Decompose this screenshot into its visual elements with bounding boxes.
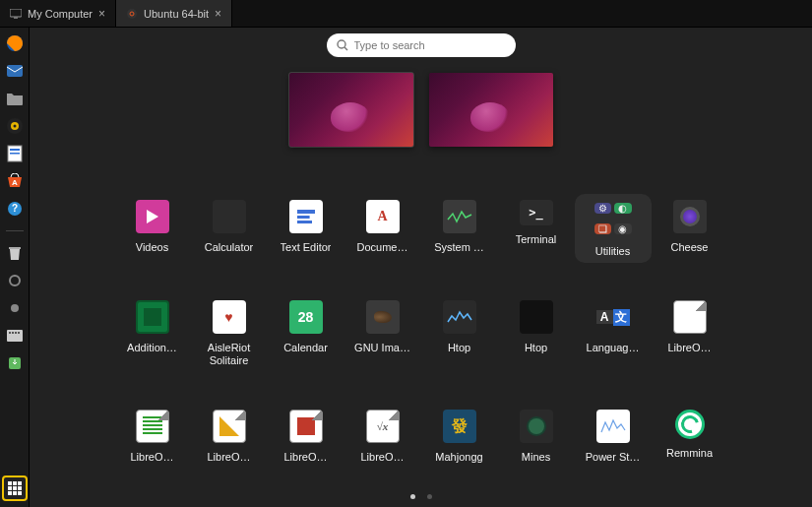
app-label: Mines [522, 451, 550, 463]
indicator-icon[interactable] [5, 271, 25, 290]
svg-rect-31 [13, 491, 17, 495]
app-chip[interactable]: Addition… [114, 294, 191, 372]
app-lo-impress[interactable]: LibreO… [268, 404, 344, 469]
workspace-thumb-2[interactable] [429, 73, 553, 147]
app-label: Terminal [516, 233, 557, 245]
app-cheese[interactable]: Cheese [652, 194, 728, 263]
search-input[interactable] [354, 39, 506, 51]
svg-text:?: ? [11, 203, 17, 214]
app-label: Htop [525, 342, 547, 353]
app-htop[interactable]: Htop [421, 294, 498, 372]
app-power[interactable]: Power St… [575, 404, 652, 469]
app-calc[interactable]: Calculator [191, 194, 268, 263]
tab-my-computer[interactable]: My Computer × [0, 0, 116, 27]
app-lo-calc[interactable]: LibreO… [114, 404, 191, 469]
svg-point-17 [11, 304, 19, 312]
mines-icon [520, 410, 553, 443]
app-videos[interactable]: Videos [114, 194, 191, 263]
svg-point-2 [127, 9, 137, 19]
app-label: Power St… [586, 451, 641, 463]
svg-point-33 [338, 40, 345, 48]
app-label: LibreO… [130, 451, 173, 463]
app-rem[interactable]: Remmina [652, 404, 728, 469]
app-mines[interactable]: Mines [498, 404, 575, 469]
lang-icon: A文 [596, 300, 630, 334]
app-label: Htop [448, 342, 470, 353]
close-icon[interactable]: × [215, 7, 221, 21]
firefox-icon[interactable] [5, 33, 25, 53]
text-icon [289, 200, 323, 233]
monitor-icon [10, 9, 22, 19]
ubuntu-dock: A ? [0, 28, 30, 507]
rhythmbox-icon[interactable] [5, 116, 25, 136]
app-label: AisleRiot Solitaire [193, 342, 266, 366]
app-lang[interactable]: A文Languag… [575, 294, 652, 372]
app-label: LibreO… [667, 342, 711, 353]
app-lo-draw[interactable]: LibreO… [191, 404, 268, 469]
ubuntu-icon [126, 8, 138, 20]
app-sol[interactable]: ♥AisleRiot Solitaire [191, 294, 268, 372]
app-cal[interactable]: 28Calendar [268, 294, 344, 372]
files-icon[interactable] [5, 89, 25, 108]
gimp-icon [366, 300, 400, 334]
search-icon [337, 39, 348, 51]
app-label: Docume… [357, 241, 408, 253]
close-icon[interactable]: × [98, 7, 105, 21]
lo-impress-icon [289, 410, 323, 443]
search-bar[interactable] [327, 33, 516, 57]
update-icon[interactable] [5, 353, 25, 373]
lo-draw-icon [213, 410, 246, 443]
help-icon[interactable]: ? [5, 199, 25, 219]
app-label: Cheese [671, 241, 709, 253]
app-mahj[interactable]: 發Mahjongg [421, 404, 498, 469]
page-indicator [410, 494, 432, 499]
app-lo[interactable]: LibreO… [652, 294, 728, 372]
page-dot-2[interactable] [427, 494, 432, 499]
app-label: Utilities [595, 245, 630, 257]
app-doc[interactable]: ADocume… [344, 194, 421, 263]
term-icon: >_ [520, 200, 553, 225]
svg-rect-11 [10, 153, 20, 155]
htop-icon [443, 300, 476, 334]
app-label: Calculator [205, 241, 254, 253]
svg-rect-28 [13, 486, 17, 490]
workspace-thumb-1[interactable] [289, 73, 413, 147]
doc-icon: A [366, 200, 400, 233]
svg-rect-0 [10, 9, 22, 17]
app-util[interactable]: ⚙◐❏◉Utilities [575, 194, 652, 263]
thunderbird-icon[interactable] [5, 61, 25, 81]
trash-icon[interactable] [5, 243, 25, 263]
lo-math-icon [366, 410, 400, 443]
svg-rect-20 [12, 332, 14, 334]
app-label: Addition… [127, 342, 177, 353]
page-dot-1[interactable] [410, 494, 415, 499]
keyboard-icon[interactable] [5, 326, 25, 346]
workspace-switcher [289, 73, 553, 147]
svg-rect-15 [9, 247, 21, 249]
svg-rect-1 [14, 17, 18, 18]
lo-calc-icon [136, 410, 169, 443]
app-text[interactable]: Text Editor [268, 194, 344, 263]
app-label: GNU Ima… [354, 342, 410, 353]
libreoffice-writer-icon[interactable] [5, 144, 25, 163]
app-htop2[interactable]: Htop [498, 294, 575, 372]
svg-point-8 [13, 125, 16, 128]
tab-ubuntu[interactable]: Ubuntu 64-bit × [116, 0, 232, 27]
show-apps-button[interactable] [2, 475, 28, 501]
util-icon: ⚙◐❏◉ [594, 200, 632, 237]
svg-line-34 [344, 47, 347, 50]
svg-rect-30 [8, 491, 12, 495]
svg-rect-26 [18, 481, 22, 485]
svg-text:A: A [12, 178, 18, 187]
apps-grid-icon [7, 480, 23, 496]
app-label: Remmina [666, 447, 713, 459]
app-term[interactable]: >_Terminal [498, 194, 575, 263]
svg-rect-29 [18, 486, 22, 490]
app-sys[interactable]: System … [421, 194, 498, 263]
software-icon[interactable]: A [5, 171, 25, 191]
app-lo-math[interactable]: LibreO… [344, 404, 421, 469]
app-gimp[interactable]: GNU Ima… [344, 294, 421, 372]
app-grid: VideosCalculatorText EditorADocume…Syste… [67, 194, 776, 469]
svg-rect-25 [13, 481, 17, 485]
indicator-icon-2[interactable] [5, 298, 25, 318]
